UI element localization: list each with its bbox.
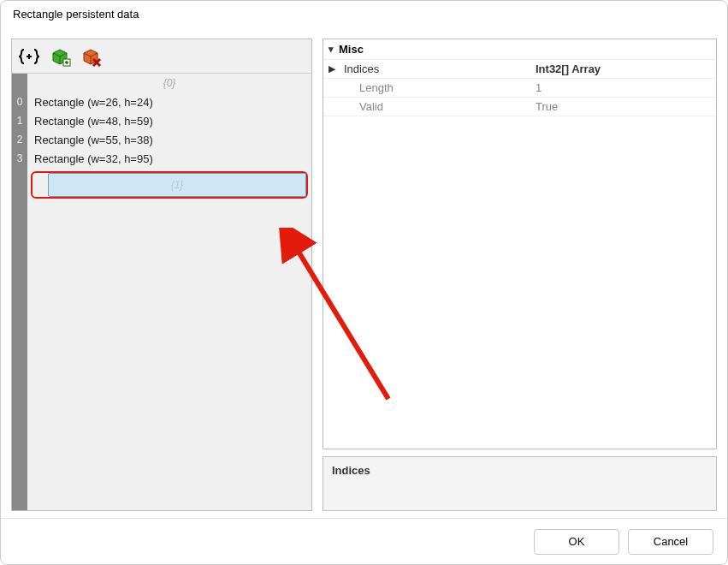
tree-group[interactable]: {0}	[27, 74, 311, 92]
content-area: {0} 0 Rectangle (w=26, h=24) 1 Rectangle…	[1, 32, 727, 518]
chevron-right-icon[interactable]: ▶	[323, 63, 340, 74]
group-label: {0}	[163, 77, 176, 89]
toolbar	[12, 39, 311, 74]
item-index: 3	[12, 152, 27, 164]
property-name: Indices	[340, 62, 529, 75]
property-row[interactable]: Valid True	[323, 98, 716, 116]
cube-remove-icon[interactable]	[79, 45, 103, 68]
braces-plus-icon[interactable]	[17, 45, 41, 68]
button-bar: OK Cancel	[1, 518, 727, 564]
item-label: Rectangle (w=48, h=59)	[34, 115, 153, 128]
item-label: Rectangle (w=55, h=38)	[34, 134, 153, 146]
property-value[interactable]: Int32[] Array	[529, 62, 716, 75]
dialog-window: Rectangle persistent data {0}	[0, 0, 728, 565]
property-category[interactable]: ▾ Misc	[323, 39, 716, 60]
item-label: Rectangle (w=26, h=24)	[34, 96, 153, 109]
tree-item[interactable]: 3 Rectangle (w=32, h=95)	[12, 149, 311, 168]
property-value: True	[529, 100, 716, 113]
property-row[interactable]: ▶ Indices Int32[] Array	[323, 60, 716, 79]
description-panel: Indices	[323, 456, 717, 511]
item-index: 2	[12, 134, 27, 146]
tree-list[interactable]: {0} 0 Rectangle (w=26, h=24) 1 Rectangle…	[12, 74, 311, 510]
property-name: Valid	[340, 100, 529, 113]
item-index: 1	[12, 115, 27, 127]
property-value: 1	[529, 81, 716, 94]
properties-panel: ▾ Misc ▶ Indices Int32[] Array Length 1 …	[323, 39, 717, 511]
chevron-down-icon: ▾	[328, 44, 334, 55]
tree-group-selected[interactable]: {1}	[31, 171, 308, 199]
tree-panel: {0} 0 Rectangle (w=26, h=24) 1 Rectangle…	[11, 39, 312, 511]
tree-item[interactable]: 1 Rectangle (w=48, h=59)	[12, 111, 311, 130]
category-label: Misc	[339, 43, 364, 56]
tree-item[interactable]: 2 Rectangle (w=55, h=38)	[12, 130, 311, 149]
item-index: 0	[12, 96, 27, 108]
property-row[interactable]: Length 1	[323, 79, 716, 98]
cancel-button[interactable]: Cancel	[628, 529, 713, 555]
cube-add-icon[interactable]	[48, 45, 72, 68]
window-title: Rectangle persistent data	[1, 1, 727, 27]
description-title: Indices	[332, 464, 370, 477]
item-label: Rectangle (w=32, h=95)	[34, 152, 153, 165]
ok-button[interactable]: OK	[534, 529, 619, 555]
tree-item[interactable]: 0 Rectangle (w=26, h=24)	[12, 92, 311, 111]
group-label: {1}	[171, 179, 184, 191]
property-grid[interactable]: ▾ Misc ▶ Indices Int32[] Array Length 1 …	[323, 39, 717, 449]
property-name: Length	[340, 81, 529, 94]
